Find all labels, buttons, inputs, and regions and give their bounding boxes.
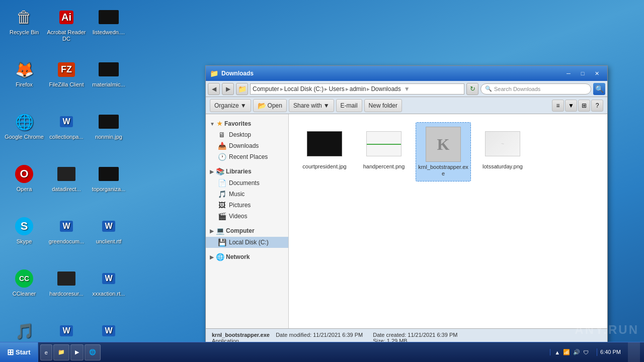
close-button[interactable]: ✕ [590,68,603,78]
desktop-icon-ccleaner[interactable]: CC CCleaner [4,265,44,316]
search-box[interactable]: 🔍 Search Downloads [480,83,591,95]
security-tray-icon: 🛡 [583,349,589,355]
greendocum-icon: W [60,221,72,232]
desktop-icon-greendocum[interactable]: W greendocum... [46,213,87,263]
ccleaner-icon: CC [15,269,33,288]
view-controls: ≡ ▼ ⊞ ? [552,100,603,112]
courtpresident-thumbnail [307,131,342,156]
taskbar-explorer-button[interactable]: 📁 [53,344,69,360]
minimize-button[interactable]: ─ [562,68,575,78]
desktop-icon-unclient[interactable]: W unclient.rtf [89,213,129,263]
file-item-lotssaturday[interactable]: ~ lotssaturday.png [475,122,530,182]
folder-nav-icon[interactable]: 📁 [236,83,248,95]
nav-item-downloads[interactable]: 📥 Downloads [206,140,288,151]
desktop-icon-hardcoresur[interactable]: hardcoresur... [46,265,87,316]
desktop-icon-filezilla[interactable]: FZ FileZilla Client [46,56,87,107]
desktop-icon-materialmic[interactable]: materialmic... [89,56,129,107]
taskbar-right: ▲ 📶 🔊 🛡 6:40 PM [546,342,644,363]
hardcoresur-icon [57,272,75,286]
networkuse-icon: W [102,325,115,336]
start-button[interactable]: ⊞ Start [0,342,38,363]
email-button[interactable]: E-mail [336,99,362,112]
desktop-icon-datadirect[interactable]: datadirect... [46,161,87,211]
explorer-window: 📁 Downloads ─ □ ✕ ◀ ▶ 📁 Computer ▸ Local… [205,65,608,347]
datadirect-label: datadirect... [52,186,80,193]
search-button[interactable]: 🔍 [593,83,605,95]
desktop-icon-opera[interactable]: O Opera [4,161,44,211]
path-computer: Computer ▸ [253,85,283,93]
open-button[interactable]: 📂 Open [253,99,287,112]
desktop-icon-listedwedn[interactable]: listedwedn.... [89,4,129,54]
tray-up-arrow[interactable]: ▲ [554,349,560,355]
new-folder-button[interactable]: New folder [364,99,402,112]
desktop-icon-chrome[interactable]: 🌐 Google Chrome [4,109,44,159]
materialmic-label: materialmic... [92,81,125,88]
nav-item-documents[interactable]: 📄 Documents [206,177,288,189]
nav-item-videos[interactable]: 🎬 Videos [206,211,288,222]
show-desktop-button[interactable] [628,342,640,363]
favorites-section[interactable]: ▼ ★ Favorites [206,118,288,129]
taskbar-wmp-button[interactable]: ▶ [70,344,84,360]
materialmic-icon [99,62,119,76]
desktop-icon-skype[interactable]: S Skype [4,213,44,263]
nav-item-desktop[interactable]: 🖥 Desktop [206,129,288,140]
nav-item-pictures[interactable]: 🖼 Pictures [206,200,288,211]
file-item-krnl[interactable]: K krnl_bootstrapper.exe [416,122,471,182]
network-section[interactable]: ▶ 🌐 Network [206,251,288,263]
nav-item-music[interactable]: 🎵 Music [206,189,288,200]
clock[interactable]: 6:40 PM [597,348,624,355]
libraries-section[interactable]: ▶ 📚 Libraries [206,165,288,177]
forward-button[interactable]: ▶ [222,83,234,95]
desktop-icon-toporganiza[interactable]: toporganiza... [89,161,129,211]
nav-pane: ▼ ★ Favorites 🖥 Desktop 📥 Downloads 🕐 Re… [206,114,289,328]
taskbar-items: e 📁 ▶ 🌐 [38,344,546,360]
xxxaction-icon: W [102,273,115,284]
desktop-icon-nonmin[interactable]: nonmin.jpg [89,109,129,159]
hardcoresur-label: hardcoresur... [49,291,83,297]
organize-button[interactable]: Organize ▼ [210,99,251,112]
taskbar-ie-button[interactable]: e [40,344,52,360]
file-item-handpercent[interactable]: handpercent.png [356,122,412,182]
music-icon: 🎵 [218,190,226,198]
desktop-icon: 🖥 [218,131,226,139]
window-title-icon: 📁 [210,69,218,77]
acrobat-icon: Ai [59,11,73,24]
skype-label: Skype [17,238,32,245]
desktop-icon-firefox[interactable]: 🦊 Firefox [4,56,44,107]
pictures-icon: 🖼 [218,201,226,209]
path-folder: Downloads [371,85,400,93]
view-list-button[interactable]: ≡ [552,100,564,112]
desktop-icon-collectionpa[interactable]: W collectionpa... [46,109,87,159]
status-date-created: Date created: 11/21/2021 6:39 PM [373,332,457,338]
documents-icon: 📄 [218,179,226,187]
opera-icon: O [15,165,33,183]
computer-nav-icon: 💻 [216,227,224,235]
desktop-icon-acrobat[interactable]: Ai Acrobat Reader DC [46,4,87,54]
unclient-icon: W [102,221,115,232]
taskbar-chrome-button[interactable]: 🌐 [85,344,101,360]
back-button[interactable]: ◀ [208,83,220,95]
wmp-icon: ▶ [75,349,79,355]
lotssaturday-thumb: ~ [485,126,520,161]
nav-item-local-disk[interactable]: 💾 Local Disk (C:) [206,237,288,248]
window-title: Downloads [221,70,559,77]
view-dropdown-button[interactable]: ▼ [565,100,577,112]
help-button[interactable]: ? [591,100,603,112]
taskbar-explorer-icon: 📁 [58,349,65,355]
file-item-courtpresident[interactable]: courtpresident.jpg [297,122,352,182]
desktop-icon-xxxaction[interactable]: W xxxaction.rt... [89,265,129,316]
nonmin-icon [99,115,119,129]
volume-tray-icon[interactable]: 🔊 [573,349,580,355]
view-columns-button[interactable]: ⊞ [578,100,590,112]
share-with-button[interactable]: Share with ▼ [289,99,334,112]
window-controls: ─ □ ✕ [562,68,603,78]
start-orb-icon: ⊞ [7,347,14,357]
favorites-star-icon: ★ [217,120,222,127]
address-path[interactable]: Computer ▸ Local Disk (C:) ▸ Users ▸ adm… [250,83,464,95]
refresh-button[interactable]: ↻ [466,83,478,95]
maximize-button[interactable]: □ [576,68,589,78]
nav-item-recent-places[interactable]: 🕐 Recent Places [206,151,288,162]
desktop-icon-recycle-bin[interactable]: 🗑 Recycle Bin [4,4,44,54]
computer-section[interactable]: ▶ 💻 Computer [206,225,288,237]
ie-icon: e [45,349,48,355]
